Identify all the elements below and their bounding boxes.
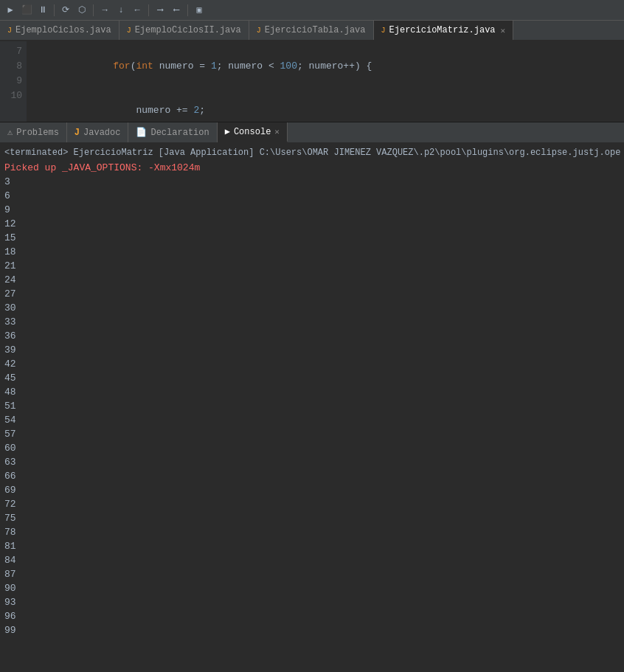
console-output-78: 78 (4, 525, 620, 539)
javadoc-icon: J (74, 128, 80, 138)
code-line-7: for(int numero = 1; numero < 100; numero… (32, 44, 618, 89)
tab-ejercicio-tabla[interactable]: J EjercicioTabla.java (249, 21, 374, 40)
console-output-33: 33 (4, 315, 620, 329)
tab-problems-label: Problems (16, 128, 59, 138)
code-line-8: numero += 2; (32, 89, 618, 122)
tab-console-label: Console (234, 127, 271, 137)
console-output-69: 69 (4, 483, 620, 497)
close-tab-button[interactable]: ✕ (501, 26, 506, 35)
main-window: ▶ ⬛ ⏸ ⟳ ⬡ → ↓ ← ⟶ ⟵ ▣ J EjemploCiclos.ja… (0, 0, 624, 672)
toolbar-btn-9[interactable]: ⟶ (153, 3, 167, 18)
toolbar-btn-6[interactable]: → (97, 3, 112, 18)
console-output-87: 87 (4, 567, 620, 581)
tab-console[interactable]: ▶ Console ✕ (218, 122, 288, 142)
line-numbers: 7 8 9 10 (0, 41, 27, 122)
console-output-90: 90 (4, 581, 620, 595)
console-output-72: 72 (4, 497, 620, 511)
tab-ejercicio-matriz[interactable]: J EjercicioMatriz.java ✕ (374, 21, 514, 40)
console-output-45: 45 (4, 371, 620, 385)
console-output-93: 93 (4, 595, 620, 609)
close-console-button[interactable]: ✕ (274, 127, 280, 136)
console-output-60: 60 (4, 441, 620, 455)
toolbar-btn-1[interactable]: ▶ (3, 3, 18, 18)
horizontal-scrollbar[interactable] (0, 122, 624, 122)
tab-label-2: EjemploCiclosII.java (135, 25, 241, 35)
console-output-39: 39 (4, 343, 620, 357)
tab-declaration[interactable]: 📄 Declaration (128, 122, 217, 142)
console-output: Picked up _JAVA_OPTIONS: -Xmx1024m 3 6 9… (0, 159, 624, 639)
toolbar-btn-7[interactable]: ↓ (114, 3, 128, 18)
console-output-66: 66 (4, 469, 620, 483)
console-area[interactable]: <terminated> EjercicioMatriz [Java Appli… (0, 143, 624, 672)
java-file-icon-4: J (381, 27, 386, 35)
tab-label-4: EjercicioMatriz.java (389, 25, 496, 35)
tab-problems[interactable]: ⚠ Problems (0, 122, 67, 142)
tab-label: EjemploCiclos.java (15, 25, 111, 35)
console-output-42: 42 (4, 357, 620, 371)
toolbar-sep-3 (148, 4, 149, 16)
line-num-7: 7 (4, 44, 22, 59)
toolbar-btn-10[interactable]: ⟵ (169, 3, 184, 18)
tab-javadoc[interactable]: J Javadoc (67, 122, 129, 142)
code-lines-container: 7 8 9 10 for(int numero = 1; numero < 10… (0, 41, 624, 122)
toolbar-btn-2[interactable]: ⬛ (19, 3, 34, 18)
panel-tab-bar: ⚠ Problems J Javadoc 📄 Declaration ▶ Con… (0, 122, 624, 143)
console-output-84: 84 (4, 553, 620, 567)
console-output-27: 27 (4, 287, 620, 301)
console-output-96: 96 (4, 609, 620, 623)
code-text[interactable]: for(int numero = 1; numero < 100; numero… (27, 41, 624, 122)
console-output-15: 15 (4, 231, 620, 245)
tab-declaration-label: Declaration (150, 128, 209, 138)
console-output-12: 12 (4, 217, 620, 231)
toolbar-btn-11[interactable]: ▣ (192, 3, 207, 18)
tab-ejemplo-ciclos[interactable]: J EjemploCiclos.java (0, 21, 119, 40)
console-output-99: 99 (4, 623, 620, 637)
console-output-9: 9 (4, 203, 620, 217)
console-output-75: 75 (4, 511, 620, 525)
toolbar: ▶ ⬛ ⏸ ⟳ ⬡ → ↓ ← ⟶ ⟵ ▣ (0, 0, 624, 21)
toolbar-sep-4 (187, 4, 188, 16)
java-file-icon-2: J (127, 27, 131, 35)
console-output-36: 36 (4, 329, 620, 343)
line-num-10: 10 (4, 89, 22, 103)
console-header: <terminated> EjercicioMatriz [Java Appli… (0, 146, 624, 159)
line-num-9: 9 (4, 74, 22, 89)
console-warning-line: Picked up _JAVA_OPTIONS: -Xmx1024m (4, 161, 620, 175)
console-output-81: 81 (4, 539, 620, 553)
console-output-3: 3 (4, 175, 620, 189)
toolbar-sep-2 (93, 4, 94, 16)
tab-label-3: EjercicioTabla.java (265, 25, 366, 35)
toolbar-btn-3[interactable]: ⏸ (35, 3, 50, 18)
line-num-8: 8 (4, 59, 22, 74)
editor-tab-bar: J EjemploCiclos.java J EjemploCiclosII.j… (0, 21, 624, 41)
console-output-51: 51 (4, 399, 620, 413)
toolbar-sep-1 (54, 4, 55, 16)
code-editor: 7 8 9 10 for(int numero = 1; numero < 10… (0, 41, 624, 122)
console-output-6: 6 (4, 189, 620, 203)
console-icon: ▶ (225, 126, 230, 137)
console-output-18: 18 (4, 245, 620, 259)
toolbar-btn-5[interactable]: ⬡ (74, 3, 89, 18)
console-output-24: 24 (4, 273, 620, 287)
java-file-icon: J (7, 27, 12, 35)
console-output-63: 63 (4, 455, 620, 469)
bottom-panel: ⚠ Problems J Javadoc 📄 Declaration ▶ Con… (0, 122, 624, 672)
tab-ejemplo-ciclos-ii[interactable]: J EjemploCiclosII.java (119, 21, 249, 40)
console-output-48: 48 (4, 385, 620, 399)
java-file-icon-3: J (257, 27, 261, 35)
problems-icon: ⚠ (7, 127, 13, 138)
console-output-21: 21 (4, 259, 620, 273)
declaration-icon: 📄 (136, 127, 147, 138)
console-output-30: 30 (4, 301, 620, 315)
tab-javadoc-label: Javadoc (83, 128, 120, 138)
console-output-57: 57 (4, 427, 620, 441)
toolbar-btn-4[interactable]: ⟳ (58, 3, 73, 18)
console-output-54: 54 (4, 413, 620, 427)
toolbar-btn-8[interactable]: ← (130, 3, 145, 18)
